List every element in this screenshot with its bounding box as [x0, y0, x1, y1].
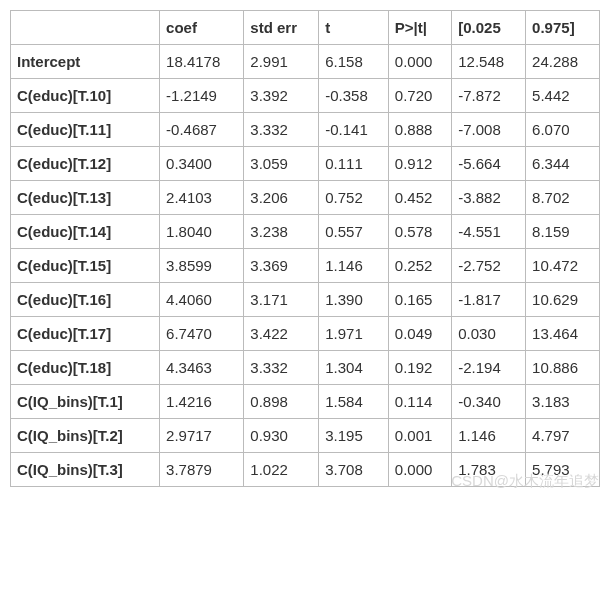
- cell-hi: 13.464: [526, 317, 600, 351]
- cell-stderr: 3.392: [244, 79, 319, 113]
- cell-p: 0.049: [388, 317, 451, 351]
- row-label: C(educ)[T.16]: [11, 283, 160, 317]
- cell-lo: -2.752: [452, 249, 526, 283]
- cell-stderr: 2.991: [244, 45, 319, 79]
- cell-coef: 2.9717: [160, 419, 244, 453]
- cell-hi: 5.442: [526, 79, 600, 113]
- row-label: C(educ)[T.13]: [11, 181, 160, 215]
- row-label: C(educ)[T.12]: [11, 147, 160, 181]
- cell-coef: 4.3463: [160, 351, 244, 385]
- cell-t: 1.584: [319, 385, 389, 419]
- cell-lo: 12.548: [452, 45, 526, 79]
- cell-p: 0.452: [388, 181, 451, 215]
- hdr-t: t: [319, 11, 389, 45]
- header-row: coef std err t P>|t| [0.025 0.975]: [11, 11, 600, 45]
- cell-p: 0.192: [388, 351, 451, 385]
- cell-hi: 10.472: [526, 249, 600, 283]
- cell-p: 0.912: [388, 147, 451, 181]
- row-label: C(IQ_bins)[T.3]: [11, 453, 160, 487]
- cell-t: 1.304: [319, 351, 389, 385]
- table-row: C(educ)[T.17]6.74703.4221.9710.0490.0301…: [11, 317, 600, 351]
- cell-coef: 0.3400: [160, 147, 244, 181]
- cell-coef: -0.4687: [160, 113, 244, 147]
- cell-lo: -1.817: [452, 283, 526, 317]
- cell-t: 3.708: [319, 453, 389, 487]
- cell-stderr: 3.206: [244, 181, 319, 215]
- cell-t: 0.111: [319, 147, 389, 181]
- cell-coef: 4.4060: [160, 283, 244, 317]
- regression-table: coef std err t P>|t| [0.025 0.975] Inter…: [10, 10, 600, 487]
- cell-stderr: 3.238: [244, 215, 319, 249]
- cell-coef: 6.7470: [160, 317, 244, 351]
- cell-lo: -2.194: [452, 351, 526, 385]
- hdr-blank: [11, 11, 160, 45]
- hdr-p: P>|t|: [388, 11, 451, 45]
- table-row: Intercept18.41782.9916.1580.00012.54824.…: [11, 45, 600, 79]
- table-row: C(educ)[T.13]2.41033.2060.7520.452-3.882…: [11, 181, 600, 215]
- table-row: C(IQ_bins)[T.2]2.97170.9303.1950.0011.14…: [11, 419, 600, 453]
- cell-lo: 0.030: [452, 317, 526, 351]
- cell-lo: -4.551: [452, 215, 526, 249]
- hdr-stderr: std err: [244, 11, 319, 45]
- hdr-coef: coef: [160, 11, 244, 45]
- cell-stderr: 3.171: [244, 283, 319, 317]
- row-label: C(educ)[T.11]: [11, 113, 160, 147]
- cell-hi: 6.070: [526, 113, 600, 147]
- cell-t: 6.158: [319, 45, 389, 79]
- cell-coef: 3.7879: [160, 453, 244, 487]
- cell-hi: 24.288: [526, 45, 600, 79]
- table-row: C(educ)[T.14]1.80403.2380.5570.578-4.551…: [11, 215, 600, 249]
- row-label: C(educ)[T.15]: [11, 249, 160, 283]
- cell-hi: 4.797: [526, 419, 600, 453]
- cell-hi: 8.702: [526, 181, 600, 215]
- table-row: C(educ)[T.18]4.34633.3321.3040.192-2.194…: [11, 351, 600, 385]
- cell-hi: 6.344: [526, 147, 600, 181]
- cell-stderr: 3.332: [244, 113, 319, 147]
- cell-lo: -0.340: [452, 385, 526, 419]
- cell-lo: -3.882: [452, 181, 526, 215]
- cell-p: 0.252: [388, 249, 451, 283]
- table-row: C(educ)[T.10]-1.21493.392-0.3580.720-7.8…: [11, 79, 600, 113]
- cell-p: 0.114: [388, 385, 451, 419]
- cell-t: -0.141: [319, 113, 389, 147]
- cell-hi: 3.183: [526, 385, 600, 419]
- cell-hi: 10.629: [526, 283, 600, 317]
- cell-stderr: 1.022: [244, 453, 319, 487]
- cell-lo: 1.783: [452, 453, 526, 487]
- cell-lo: 1.146: [452, 419, 526, 453]
- cell-coef: 2.4103: [160, 181, 244, 215]
- table-row: C(educ)[T.12]0.34003.0590.1110.912-5.664…: [11, 147, 600, 181]
- cell-t: 1.390: [319, 283, 389, 317]
- hdr-ci-lo: [0.025: [452, 11, 526, 45]
- row-label: C(IQ_bins)[T.2]: [11, 419, 160, 453]
- hdr-ci-hi: 0.975]: [526, 11, 600, 45]
- row-label: C(educ)[T.18]: [11, 351, 160, 385]
- row-label: C(IQ_bins)[T.1]: [11, 385, 160, 419]
- row-label: C(educ)[T.10]: [11, 79, 160, 113]
- cell-lo: -7.008: [452, 113, 526, 147]
- cell-coef: -1.2149: [160, 79, 244, 113]
- cell-t: 1.971: [319, 317, 389, 351]
- cell-t: 3.195: [319, 419, 389, 453]
- cell-coef: 1.4216: [160, 385, 244, 419]
- cell-hi: 10.886: [526, 351, 600, 385]
- row-label: C(educ)[T.17]: [11, 317, 160, 351]
- cell-stderr: 3.422: [244, 317, 319, 351]
- cell-t: 0.752: [319, 181, 389, 215]
- cell-p: 0.720: [388, 79, 451, 113]
- cell-p: 0.001: [388, 419, 451, 453]
- cell-stderr: 3.059: [244, 147, 319, 181]
- table-row: C(educ)[T.16]4.40603.1711.3900.165-1.817…: [11, 283, 600, 317]
- cell-t: -0.358: [319, 79, 389, 113]
- row-label: C(educ)[T.14]: [11, 215, 160, 249]
- cell-t: 0.557: [319, 215, 389, 249]
- cell-t: 1.146: [319, 249, 389, 283]
- cell-p: 0.000: [388, 45, 451, 79]
- cell-hi: 5.793: [526, 453, 600, 487]
- cell-p: 0.578: [388, 215, 451, 249]
- table-row: C(educ)[T.15]3.85993.3691.1460.252-2.752…: [11, 249, 600, 283]
- cell-stderr: 3.369: [244, 249, 319, 283]
- cell-coef: 1.8040: [160, 215, 244, 249]
- cell-stderr: 3.332: [244, 351, 319, 385]
- table-row: C(IQ_bins)[T.3]3.78791.0223.7080.0001.78…: [11, 453, 600, 487]
